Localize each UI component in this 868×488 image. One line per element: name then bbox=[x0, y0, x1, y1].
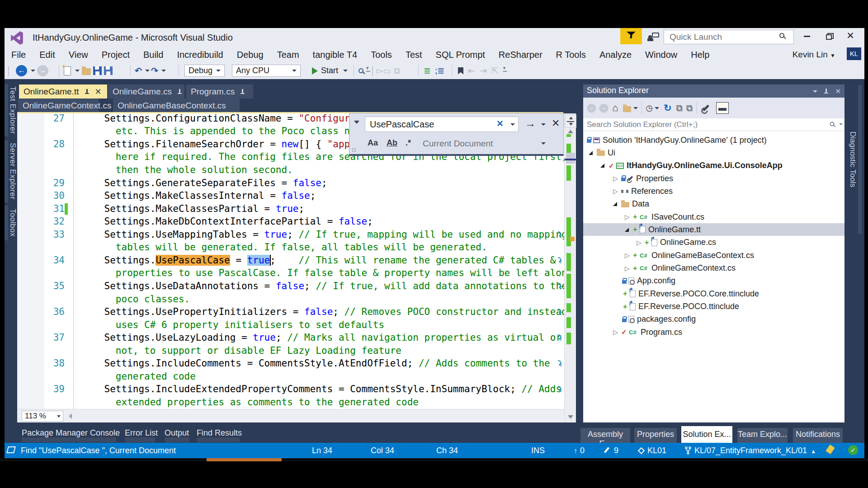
tree-item[interactable]: +OnlineGame.tt bbox=[583, 223, 844, 236]
open-file-button[interactable] bbox=[82, 68, 91, 75]
regex-button[interactable]: .* bbox=[406, 138, 411, 148]
tree-item[interactable]: +EF.Reverse.POCO.Core.ttinclude bbox=[583, 287, 844, 300]
menu-project[interactable]: Project bbox=[95, 49, 137, 61]
tab-onlinegamebasecontext.cs[interactable]: OnlineGameBaseContext.cs bbox=[113, 99, 240, 113]
menu-view[interactable]: View bbox=[62, 49, 95, 61]
editor-vertical-scrollbar[interactable] bbox=[564, 113, 576, 422]
show-all-files-toggle[interactable] bbox=[716, 102, 729, 114]
avatar[interactable]: KL bbox=[847, 47, 861, 60]
bookmark-icon[interactable] bbox=[458, 67, 463, 75]
panel-tab-solution-ex-[interactable]: Solution Ex... bbox=[681, 426, 732, 443]
navigate-back-button[interactable]: ← bbox=[16, 65, 27, 76]
feedback-filter-button[interactable] bbox=[620, 28, 642, 44]
panel-tab-find-results[interactable]: Find Results bbox=[197, 428, 242, 438]
whole-word-button[interactable]: Ab bbox=[387, 138, 397, 148]
panel-tab-team-explo-[interactable]: Team Explo... bbox=[737, 428, 788, 443]
panel-tab-package-manager-console[interactable]: Package Manager Console bbox=[22, 428, 120, 438]
find-expand-chevron-icon[interactable] bbox=[354, 121, 359, 124]
tree-item[interactable]: Data bbox=[583, 198, 844, 211]
tab-program.cs[interactable]: Program.cs bbox=[186, 84, 253, 99]
refresh-button[interactable]: ↻ bbox=[664, 103, 672, 113]
filter-dropdown-icon[interactable] bbox=[655, 107, 659, 109]
tree-item[interactable]: ▷+C#ISaveCount.cs bbox=[583, 211, 844, 223]
pin-icon[interactable] bbox=[824, 88, 829, 94]
tree-item[interactable]: ✓C#ItHandyGuy.OnlineGame.Ui.ConsoleApp bbox=[583, 160, 844, 172]
clear-search-icon[interactable]: ✕ bbox=[496, 118, 504, 129]
hscroll-left-arrow[interactable] bbox=[69, 413, 72, 419]
panel-tab-assembly-e-[interactable]: Assembly E... bbox=[580, 428, 630, 443]
menu-r-tools[interactable]: R Tools bbox=[549, 49, 593, 61]
select-tool-icon[interactable]: ▻▭ bbox=[376, 66, 391, 76]
panel-tab-notifications[interactable]: Notifications bbox=[793, 428, 843, 443]
pin-icon[interactable] bbox=[177, 89, 180, 95]
panel-tab-output[interactable]: Output bbox=[165, 428, 189, 438]
tree-item[interactable]: ▷References bbox=[583, 185, 844, 197]
menu-build[interactable]: Build bbox=[137, 49, 170, 61]
pin-icon[interactable] bbox=[85, 89, 90, 95]
properties-button[interactable] bbox=[703, 104, 710, 112]
solution-explorer-search[interactable]: Search Solution Explorer (Ctrl+;) bbox=[583, 118, 844, 131]
solution-platforms-dropdown[interactable]: Any CPU bbox=[232, 65, 301, 77]
prev-bookmark-icon[interactable]: ⇤ bbox=[468, 66, 475, 76]
find-resize-grip[interactable] bbox=[352, 148, 356, 152]
find-next-button[interactable]: → bbox=[525, 117, 536, 130]
menu-team[interactable]: Team bbox=[270, 49, 306, 61]
menu-tangible-t4[interactable]: tangible T4 bbox=[306, 49, 364, 61]
menu-resharper[interactable]: ReSharper bbox=[492, 49, 549, 61]
menu-help[interactable]: Help bbox=[684, 49, 716, 61]
uncommitted-changes[interactable]: 9 bbox=[606, 446, 618, 455]
se-home-button[interactable]: ⌂ bbox=[612, 102, 618, 114]
branch-button[interactable]: KL/07_EntityFramework_KL/01▲ bbox=[684, 446, 816, 455]
menu-debug[interactable]: Debug bbox=[230, 49, 270, 61]
panel-tab-error-list[interactable]: Error List bbox=[125, 428, 158, 438]
save-all-button[interactable] bbox=[104, 66, 113, 75]
tree-item[interactable]: ▷+OnlineGame.cs bbox=[583, 236, 844, 249]
tab-diagnostic-tools[interactable]: Diagnostic Tools bbox=[846, 85, 863, 234]
minimize-button[interactable] bbox=[797, 28, 817, 44]
find-options-dropdown-icon[interactable] bbox=[541, 123, 546, 126]
new-file-button[interactable] bbox=[64, 66, 71, 75]
solution-configurations-dropdown[interactable]: Debug bbox=[184, 65, 225, 77]
window-position-dropdown-icon[interactable] bbox=[813, 90, 817, 93]
clear-bookmarks-icon[interactable]: ⇱ bbox=[491, 66, 499, 76]
copy-parent-icon[interactable]: ⧉ bbox=[394, 66, 400, 76]
pending-changes-filter-button[interactable]: ◷ bbox=[646, 103, 653, 113]
tree-item[interactable]: ▷✓C#Program.cs bbox=[583, 326, 844, 338]
find-scope-dropdown[interactable]: Current Document bbox=[423, 139, 493, 149]
find-input[interactable] bbox=[365, 117, 519, 132]
menu-file[interactable]: File bbox=[5, 49, 33, 61]
panel-tab-properties[interactable]: Properties bbox=[634, 428, 677, 443]
restore-button[interactable] bbox=[819, 28, 839, 44]
unpushed-commits[interactable]: ↑0 bbox=[574, 446, 585, 455]
save-button[interactable] bbox=[93, 66, 102, 75]
match-case-button[interactable]: Aa bbox=[368, 138, 378, 148]
sync-with-active-document-button[interactable] bbox=[623, 106, 631, 112]
toolbar-overflow-icon[interactable]: ▾▔ bbox=[503, 65, 506, 77]
start-debugging-button[interactable]: Start bbox=[312, 62, 348, 79]
redo-button[interactable]: ↷ bbox=[151, 66, 158, 76]
search-history-dropdown-icon[interactable] bbox=[510, 123, 515, 126]
scroll-up-arrow[interactable] bbox=[568, 130, 573, 133]
close-button[interactable]: ✕ bbox=[840, 28, 860, 44]
menu-test[interactable]: Test bbox=[399, 49, 429, 61]
menu-tools[interactable]: Tools bbox=[364, 49, 399, 61]
user-menu[interactable]: Kevin Lin ▼ bbox=[793, 50, 835, 60]
scroll-down-arrow[interactable] bbox=[568, 415, 573, 419]
menu-analyze[interactable]: Analyze bbox=[593, 49, 638, 61]
sync-dropdown-icon[interactable] bbox=[633, 107, 638, 109]
find-in-files-button[interactable] bbox=[359, 68, 363, 73]
tab-onlinegame.tt[interactable]: OnlineGame.tt✕ bbox=[19, 84, 107, 99]
preview-selected-button[interactable]: ⧉ bbox=[686, 103, 693, 113]
menu-edit[interactable]: Edit bbox=[33, 49, 61, 61]
comment-icon[interactable]: ⁏≣ bbox=[434, 66, 444, 76]
tab-onlinegame.cs[interactable]: OnlineGame.cs bbox=[108, 84, 184, 99]
menu-incredibuild[interactable]: Incredibuild bbox=[170, 49, 230, 61]
zoom-level-dropdown[interactable]: 113 % bbox=[22, 411, 63, 422]
close-icon[interactable]: ✕ bbox=[95, 87, 102, 97]
menu-sql-prompt[interactable]: SQL Prompt bbox=[429, 49, 492, 61]
pin-icon[interactable] bbox=[240, 89, 245, 95]
scope-dropdown-icon[interactable] bbox=[541, 142, 546, 145]
quick-launch-input[interactable] bbox=[664, 30, 794, 44]
se-forward-button[interactable]: → bbox=[599, 103, 609, 113]
toolbar-grip[interactable] bbox=[8, 66, 10, 76]
